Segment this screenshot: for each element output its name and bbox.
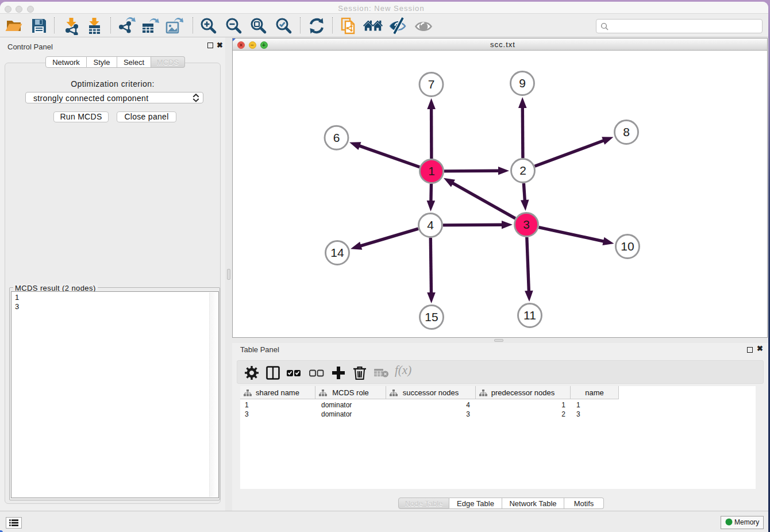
svg-text:10: 10: [621, 240, 634, 253]
svg-text:1: 1: [428, 164, 435, 178]
svg-text:11: 11: [523, 309, 536, 322]
svg-text:9: 9: [519, 76, 526, 90]
svg-text:2: 2: [519, 164, 526, 177]
svg-text:8: 8: [623, 125, 630, 138]
svg-text:7: 7: [428, 78, 435, 91]
svg-text:4: 4: [427, 218, 434, 232]
svg-text:15: 15: [425, 310, 438, 323]
svg-text:6: 6: [333, 131, 340, 144]
svg-text:3: 3: [523, 218, 530, 231]
svg-text:14: 14: [330, 246, 344, 259]
